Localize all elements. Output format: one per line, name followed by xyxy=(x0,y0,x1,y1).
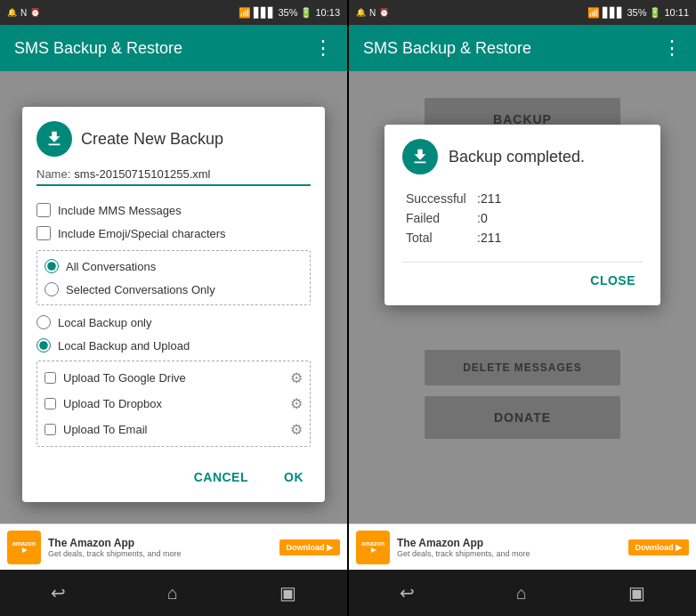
backup-name-row: Name: sms-20150715101255.xml xyxy=(36,167,311,186)
name-label: Name: xyxy=(36,167,70,181)
backup-stats: Successful : 211 Failed : 0 Total : 211 xyxy=(402,189,643,247)
dialog-backup-icon xyxy=(36,121,72,157)
right-status-bar-right: 📶 ▋▋▋ 35% 🔋 10:11 xyxy=(587,7,689,19)
total-stat-row: Total : 211 xyxy=(406,228,639,247)
radio-local-only: Local Backup only xyxy=(36,311,311,334)
dialog-header: Create New Backup xyxy=(36,121,311,157)
left-main-content: Create New Backup Name: sms-201507151012… xyxy=(0,71,347,523)
amazon-logo-text: amazon xyxy=(12,540,36,547)
total-label: Total xyxy=(406,231,477,245)
dialog-title: Create New Backup xyxy=(81,130,223,149)
conversation-section: All Conversations Selected Conversations… xyxy=(36,250,311,305)
mms-label: Include MMS Messages xyxy=(58,204,182,217)
wifi-icon: 📶 xyxy=(239,7,251,19)
all-conversations-radio[interactable] xyxy=(45,259,59,273)
backup-dialog-title: Backup completed. xyxy=(449,148,585,166)
create-backup-dialog: Create New Backup Name: sms-201507151012… xyxy=(22,107,325,502)
name-value[interactable]: sms-20150715101255.xml xyxy=(74,167,311,181)
right-wifi-icon: 📶 xyxy=(587,7,600,19)
right-amazon-icon: amazon ▶ xyxy=(356,531,390,564)
google-drive-checkbox[interactable] xyxy=(45,372,56,384)
backup-dialog-backdrop: Backup completed. Successful : 211 Faile… xyxy=(349,71,696,523)
amazon-play-icon: ▶ xyxy=(22,547,27,554)
left-app-title: SMS Backup & Restore xyxy=(14,39,182,58)
upload-google-drive-row: Upload To Google Drive ⚙ xyxy=(45,365,303,391)
email-label: Upload To Email xyxy=(63,423,147,436)
right-amazon-logo-text: amazon xyxy=(361,540,384,547)
upload-section: Upload To Google Drive ⚙ Upload To Dropb… xyxy=(36,361,311,447)
selected-conversations-radio[interactable] xyxy=(45,282,59,296)
radio-local-upload: Local Backup and Upload xyxy=(36,334,311,357)
all-conversations-label: All Conversations xyxy=(66,260,156,273)
right-home-button[interactable]: ⌂ xyxy=(516,583,527,604)
right-phone-panel: 🔔 N ⏰ 📶 ▋▋▋ 35% 🔋 10:11 SMS Backup & Res… xyxy=(349,0,696,616)
signal-icon: ▋▋▋ xyxy=(254,7,275,19)
right-nav-bar: ↩ ⌂ ▣ xyxy=(349,570,696,616)
right-amazon-play-icon: ▶ xyxy=(371,547,376,554)
right-ad-download-button[interactable]: Download ▶ xyxy=(628,539,690,555)
left-recent-button[interactable]: ▣ xyxy=(279,582,296,604)
left-menu-button[interactable]: ⋮ xyxy=(313,36,333,60)
local-only-radio[interactable] xyxy=(36,315,51,329)
right-menu-button[interactable]: ⋮ xyxy=(662,36,682,60)
failed-value: 0 xyxy=(481,211,488,225)
right-battery-text: 35% xyxy=(627,7,646,18)
dialog-actions: CANCEL OK xyxy=(36,459,311,488)
selected-conversations-label: Selected Conversations Only xyxy=(66,283,215,296)
dropbox-checkbox[interactable] xyxy=(45,398,56,409)
right-ad-banner: amazon ▶ The Amazon App Get deals, track… xyxy=(349,523,696,570)
left-phone-panel: 🔔 N ⏰ 📶 ▋▋▋ 35% 🔋 10:13 SMS Backup & Res… xyxy=(0,0,347,616)
right-ad-title: The Amazon App xyxy=(397,537,621,549)
backup-completed-dialog: Backup completed. Successful : 211 Faile… xyxy=(384,125,660,305)
left-home-button[interactable]: ⌂ xyxy=(167,583,178,604)
backup-dialog-header: Backup completed. xyxy=(402,139,643,174)
right-nfc-icon: N xyxy=(369,8,376,18)
google-drive-gear-icon[interactable]: ⚙ xyxy=(290,369,303,386)
emoji-checkbox[interactable] xyxy=(36,226,51,240)
left-ad-subtitle: Get deals, track shipments, and more xyxy=(48,549,272,558)
right-recent-button[interactable]: ▣ xyxy=(628,582,645,604)
successful-label: Successful xyxy=(406,191,477,206)
right-ad-text: The Amazon App Get deals, track shipment… xyxy=(397,537,621,558)
checkbox-emoji: Include Emoji/Special characters xyxy=(36,222,311,245)
successful-value: 211 xyxy=(481,191,501,206)
right-back-button[interactable]: ↩ xyxy=(400,582,415,604)
left-nav-bar: ↩ ⌂ ▣ xyxy=(0,570,347,616)
right-ad-subtitle: Get deals, track shipments, and more xyxy=(397,549,621,558)
right-status-bar-left: 🔔 N ⏰ xyxy=(356,8,389,18)
email-checkbox[interactable] xyxy=(45,424,56,435)
ok-button[interactable]: OK xyxy=(277,466,311,488)
mms-checkbox[interactable] xyxy=(36,203,51,217)
nfc-icon: N xyxy=(20,8,27,18)
close-button[interactable]: CLOSE xyxy=(583,270,643,291)
dropbox-label: Upload To Dropbox xyxy=(63,397,162,410)
cancel-button[interactable]: CANCEL xyxy=(187,466,255,488)
notification-icon: 🔔 xyxy=(7,8,17,17)
dropbox-gear-icon[interactable]: ⚙ xyxy=(290,395,303,412)
right-notification-icon: 🔔 xyxy=(356,8,366,17)
checkbox-mms: Include MMS Messages xyxy=(36,199,311,222)
backup-dialog-actions: CLOSE xyxy=(402,262,643,291)
left-ad-download-button[interactable]: Download ▶ xyxy=(279,539,341,555)
right-app-title: SMS Backup & Restore xyxy=(363,39,531,58)
google-drive-label: Upload To Google Drive xyxy=(63,371,186,385)
radio-all-conversations: All Conversations xyxy=(45,255,303,278)
failed-label: Failed xyxy=(406,211,477,225)
dialog-backdrop: Create New Backup Name: sms-201507151012… xyxy=(0,71,347,523)
left-ad-title: The Amazon App xyxy=(48,537,272,549)
right-main-content: BACKUP RESTORE Backup completed. Success… xyxy=(349,71,696,523)
backup-complete-icon xyxy=(402,139,438,174)
right-app-bar: SMS Backup & Restore ⋮ xyxy=(349,25,696,71)
left-ad-banner: amazon ▶ The Amazon App Get deals, track… xyxy=(0,523,347,570)
local-upload-radio[interactable] xyxy=(36,338,51,353)
emoji-label: Include Emoji/Special characters xyxy=(58,227,226,240)
status-bar-left-icons: 🔔 N ⏰ xyxy=(7,8,40,18)
left-ad-text: The Amazon App Get deals, track shipment… xyxy=(48,537,272,558)
radio-selected-conversations: Selected Conversations Only xyxy=(45,278,303,301)
email-gear-icon[interactable]: ⚙ xyxy=(290,421,303,438)
status-bar-right-icons: 📶 ▋▋▋ 35% 🔋 10:13 xyxy=(239,7,340,19)
battery-icon: 🔋 xyxy=(300,7,312,19)
left-back-button[interactable]: ↩ xyxy=(51,582,66,604)
right-time-display: 10:11 xyxy=(664,7,689,18)
battery-text: 35% xyxy=(278,7,297,18)
